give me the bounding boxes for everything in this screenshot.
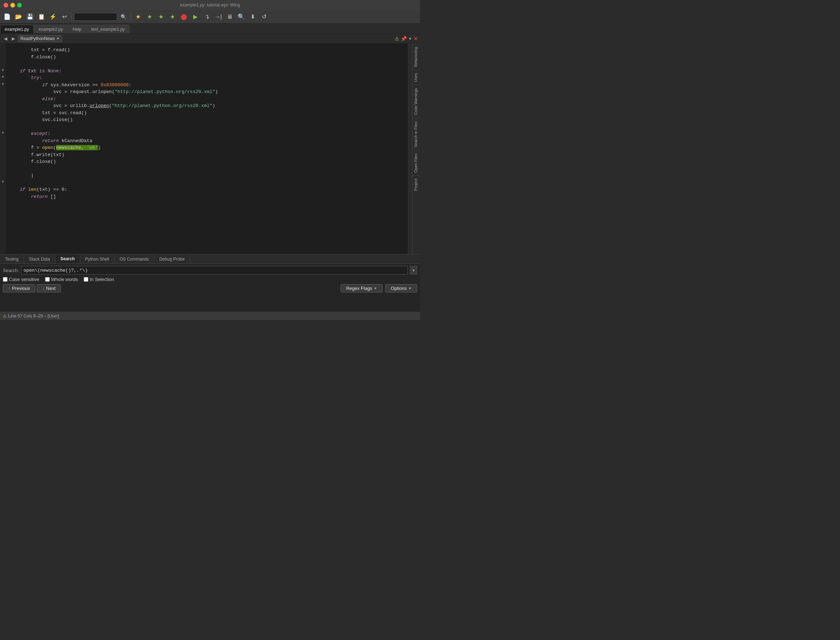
bookmark-prev-icon[interactable]: ★	[145, 12, 155, 22]
open-file-icon[interactable]: 📂	[14, 12, 24, 22]
play-icon[interactable]: ▶	[190, 12, 200, 22]
sidebar-tab-refactoring[interactable]: Refactoring	[412, 44, 420, 70]
close-button[interactable]	[3, 3, 8, 8]
sidebar-tab-open-files[interactable]: Open Files	[412, 150, 420, 175]
search-content: Search: ▼ Case sensitive Whole words In …	[0, 264, 420, 294]
minimize-button[interactable]	[10, 3, 15, 8]
window-controls[interactable]	[3, 3, 22, 8]
next-arrow-icon: ↓	[42, 286, 45, 291]
sidebar-tab-project[interactable]: Project	[412, 175, 420, 194]
status-warning-icon: ⚠	[3, 314, 7, 318]
toolbar-search-input[interactable]	[74, 13, 117, 21]
undo-icon[interactable]: ↺	[259, 12, 269, 22]
search-dropdown-button[interactable]: ▼	[410, 266, 417, 275]
checkboxes-row: Case sensitive Whole words In Selection	[3, 277, 417, 282]
search-input[interactable]	[21, 266, 408, 275]
bottom-tab-search[interactable]: Search	[56, 254, 80, 264]
buttons-row: ↑ Previous ↓ Next Regex Flags ▼ Options …	[3, 284, 417, 293]
scope-icons: ⚠ 📌 ▼ ✕	[394, 36, 418, 42]
regex-flags-arrow-icon: ▼	[374, 286, 377, 290]
bottom-tab-stack-data[interactable]: Stack Data	[24, 254, 56, 264]
fold-gutter: ▼ ▼ ▼ ▼ ▼	[0, 44, 6, 254]
toolbar-search-icon[interactable]: 🔍	[118, 12, 128, 22]
bottom-tab-debug-probe[interactable]: Debug Probe	[154, 254, 190, 264]
search-right-buttons: Regex Flags ▼ Options ▼	[340, 284, 417, 293]
window-title: example1.py: tutorial.wpr: Wing	[180, 3, 240, 8]
next-button[interactable]: ↓ Next	[37, 284, 61, 293]
scope-warning-icon[interactable]: ⚠	[394, 36, 399, 42]
scope-close-icon[interactable]: ✕	[414, 36, 418, 42]
code-content[interactable]: txt = f.read() f.close() if txt is None:…	[6, 44, 408, 254]
step-into-icon[interactable]: ↴	[202, 12, 212, 22]
scroll-down-icon[interactable]: ⬇	[248, 12, 257, 22]
bottom-tab-testing[interactable]: Testing	[0, 254, 24, 264]
tab-example2-py[interactable]: example2.py	[34, 25, 68, 33]
regex-flags-button[interactable]: Regex Flags ▼	[340, 284, 382, 293]
case-sensitive-checkbox[interactable]: Case sensitive	[3, 277, 39, 282]
record-icon[interactable]: ⬤	[179, 12, 189, 22]
status-bar: ⚠ Line 57 Cols 8–29 – [User]	[0, 311, 420, 320]
zoom-icon[interactable]: 🔍	[236, 12, 246, 22]
prev-arrow-icon: ↑	[8, 286, 11, 291]
options-button[interactable]: Options ▼	[385, 284, 417, 293]
file-tabs: example1.py example2.py Help test_exampl…	[0, 24, 420, 34]
fold-arrow-except[interactable]: ▼	[0, 130, 6, 138]
status-text: Line 57 Cols 8–29 – [User]	[8, 314, 59, 318]
toolbar-separator-2	[131, 13, 131, 21]
run-icon[interactable]: ⚡	[48, 12, 58, 22]
scope-prev-button[interactable]: ◀	[2, 35, 9, 42]
title-bar: example1.py: tutorial.wpr: Wing	[0, 0, 420, 10]
toolbar-separator-1	[72, 13, 72, 21]
bottom-panel: Testing Stack Data Search Python Shell O…	[0, 254, 420, 311]
maximize-button[interactable]	[17, 3, 22, 8]
bookmark-icon[interactable]: ★	[133, 12, 143, 22]
scope-bar: ◀ ▶ ReadPythonNews ▼ ⚠ 📌 ▼ ✕	[0, 34, 420, 44]
options-arrow-icon: ▼	[408, 286, 412, 290]
debug-icon[interactable]: 🖥	[225, 12, 235, 22]
bottom-tab-python-shell[interactable]: Python Shell	[80, 254, 115, 264]
right-sidebar: Refactoring Uses Code Warnings Search in…	[412, 44, 420, 254]
bookmark-down-icon[interactable]: ★	[168, 12, 177, 22]
scope-bookmark-icon[interactable]: 📌	[401, 36, 407, 42]
editor-area: ▼ ▼ ▼ ▼ ▼ txt = f.read() f.close() if	[0, 44, 420, 254]
bookmark-next-icon[interactable]: ★	[156, 12, 166, 22]
search-row: Search: ▼	[3, 266, 417, 275]
scope-next-button[interactable]: ▶	[10, 35, 16, 42]
fold-arrow-if-none[interactable]: ▼	[0, 68, 6, 75]
new-file-icon[interactable]: 📄	[2, 12, 12, 22]
scope-expand-icon[interactable]: ▼	[408, 37, 412, 41]
bottom-tab-os-commands[interactable]: OS Commands	[115, 254, 154, 264]
copy-icon[interactable]: 📋	[37, 12, 46, 22]
bottom-tabs: Testing Stack Data Search Python Shell O…	[0, 254, 420, 264]
sidebar-tab-search-in-files[interactable]: Search in Files	[412, 118, 420, 150]
search-label: Search:	[3, 268, 19, 273]
back-icon[interactable]: ↩	[59, 12, 69, 22]
save-icon[interactable]: 💾	[25, 12, 35, 22]
fold-arrow-if-len[interactable]: ▼	[0, 179, 6, 187]
in-selection-checkbox[interactable]: In Selection	[84, 277, 114, 282]
editor-scrollbar[interactable]	[408, 44, 412, 254]
tab-test-example1-py[interactable]: test_example1.py	[86, 25, 129, 33]
sidebar-tab-uses[interactable]: Uses	[412, 70, 420, 85]
fold-arrow-try[interactable]: ▼	[0, 74, 6, 82]
previous-button[interactable]: ↑ Previous	[3, 284, 35, 293]
tab-example1-py[interactable]: example1.py	[0, 25, 34, 33]
sidebar-tab-code-warnings[interactable]: Code Warnings	[412, 85, 420, 118]
step-over-icon[interactable]: →|	[213, 12, 223, 22]
whole-words-checkbox[interactable]: Whole words	[45, 277, 78, 282]
code-editor[interactable]: ▼ ▼ ▼ ▼ ▼ txt = f.read() f.close() if	[0, 44, 408, 254]
toolbar: 📄 📂 💾 📋 ⚡ ↩ 🔍 ★ ★ ★ ★ ⬤ ▶ ↴ →| 🖥 🔍 ⬇ ↺	[0, 10, 420, 24]
tab-help[interactable]: Help	[68, 25, 86, 33]
fold-arrow-if-hexver[interactable]: ▼	[0, 82, 6, 89]
scope-dropdown[interactable]: ReadPythonNews ▼	[18, 35, 62, 42]
